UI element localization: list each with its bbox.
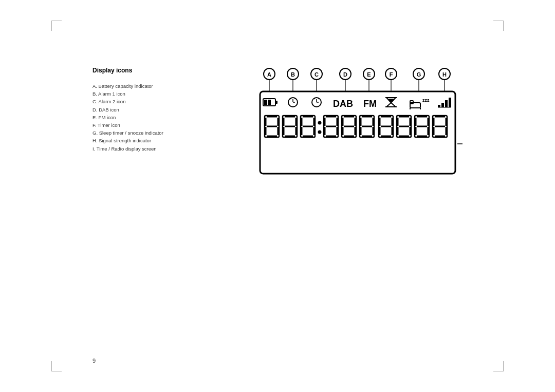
- svg-point-80: [318, 130, 322, 134]
- display-diagram: A B C D E F G H: [257, 67, 473, 187]
- legend-list: A. Battery capacity indicator B. Alarm 1…: [92, 82, 195, 153]
- svg-text:F: F: [390, 71, 393, 78]
- svg-text:DAB: DAB: [333, 99, 353, 109]
- corner-mark-tr: [493, 21, 504, 31]
- svg-text:E: E: [367, 71, 371, 78]
- legend-item-b: B. Alarm 1 icon: [92, 90, 195, 98]
- page-content: Display icons A. Battery capacity indica…: [92, 67, 504, 83]
- svg-text:FM: FM: [363, 99, 377, 109]
- svg-text:G: G: [417, 71, 421, 78]
- svg-rect-53: [449, 98, 451, 107]
- diagram-svg: A B C D E F G H: [257, 67, 462, 185]
- corner-mark-bl: [51, 361, 62, 371]
- svg-rect-51: [441, 103, 444, 107]
- legend-item-f: F. Timer icon: [92, 121, 195, 129]
- page-number: 9: [92, 358, 96, 364]
- svg-rect-28: [268, 100, 271, 105]
- svg-text:D: D: [343, 71, 347, 78]
- legend-item-a: A. Battery capacity indicator: [92, 82, 195, 90]
- legend-item-e: E. FM icon: [92, 114, 195, 121]
- legend-item-c: C. Alarm 2 icon: [92, 98, 195, 105]
- svg-text:B: B: [291, 71, 295, 78]
- svg-text:zzz: zzz: [422, 98, 430, 103]
- svg-rect-24: [260, 91, 455, 174]
- svg-text:H: H: [442, 71, 447, 78]
- legend-item-g: G. Sleep timer / snooze indicator: [92, 129, 195, 137]
- svg-text:A: A: [267, 71, 271, 78]
- svg-text:C: C: [314, 71, 319, 78]
- legend-item-d: D. DAB icon: [92, 106, 195, 114]
- corner-mark-br: [493, 361, 504, 371]
- svg-rect-52: [445, 100, 448, 107]
- legend-item-h: H. Signal strength indicator: [92, 137, 195, 144]
- svg-rect-26: [275, 101, 278, 104]
- legend-item-i: I. Time / Radio display screen: [92, 145, 195, 153]
- corner-mark-tl: [51, 21, 62, 31]
- svg-rect-50: [438, 105, 440, 107]
- svg-rect-27: [264, 100, 267, 105]
- svg-point-79: [318, 121, 322, 125]
